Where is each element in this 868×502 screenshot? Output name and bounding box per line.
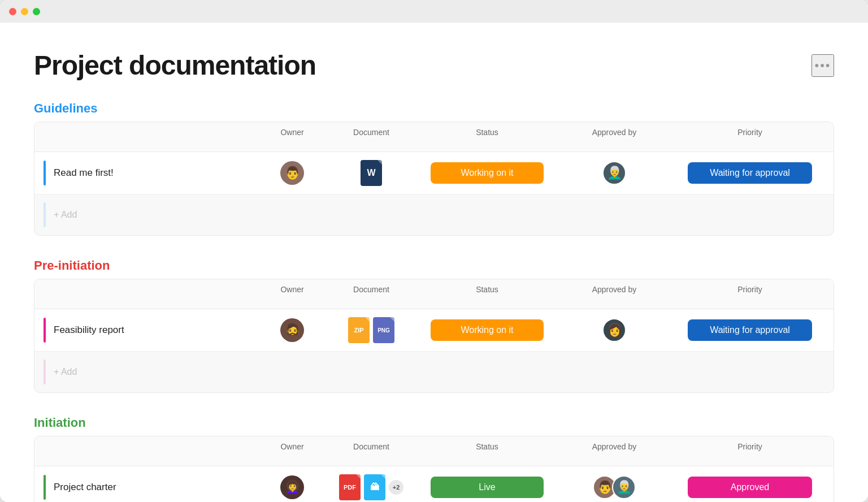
add-item-label: + Add (54, 367, 77, 377)
avatar: 👨‍🦳 (602, 161, 626, 185)
status-button[interactable]: Live (431, 477, 544, 498)
priority-button[interactable]: Waiting for approval (688, 162, 812, 184)
section-guidelines: GuidelinesOwnerDocumentStatusApproved by… (34, 101, 834, 236)
add-item-label: + Add (54, 210, 77, 220)
col-header-approved_by: Approved by (558, 442, 671, 460)
col-header-approved_by: Approved by (558, 128, 671, 146)
document-cell: ZIPPNG (326, 317, 416, 343)
maximize-button[interactable] (33, 8, 40, 15)
traffic-lights (9, 8, 40, 15)
col-header-priority: Priority (671, 128, 829, 146)
priority-button[interactable]: Waiting for approval (688, 319, 812, 341)
col-header-status: Status (416, 128, 558, 146)
table-row: Project charter👩‍🦱PDF🏔+2Live👨👨‍🦳Approved (34, 466, 834, 502)
section-title-pre-initiation: Pre-initiation (34, 258, 147, 273)
status-button[interactable]: Working on it (431, 319, 544, 341)
app-window: Project documentation ••• GuidelinesOwne… (0, 0, 868, 502)
section-header-pre-initiation: Pre-initiation (34, 258, 834, 273)
add-row[interactable]: + Add (34, 194, 834, 235)
priority-cell: Approved (671, 477, 829, 498)
document-icon-word[interactable]: W (361, 160, 382, 186)
owner-cell: 👨 (258, 161, 326, 185)
add-row[interactable]: + Add (34, 352, 834, 392)
col-header-status: Status (416, 285, 558, 303)
table-initiation: OwnerDocumentStatusApproved byPriority+P… (34, 436, 834, 502)
col-header-status: Status (416, 442, 558, 460)
col-headers-guidelines: OwnerDocumentStatusApproved byPriority+ (34, 122, 834, 152)
status-cell: Working on it (416, 162, 558, 184)
avatar: 👩‍🦱 (280, 475, 304, 499)
table-pre-initiation: OwnerDocumentStatusApproved byPriority+F… (34, 279, 834, 393)
page-title: Project documentation (34, 50, 316, 81)
col-header-owner: Owner (258, 128, 326, 146)
row-indicator (44, 161, 46, 185)
row-name: Feasibility report (54, 324, 124, 336)
close-button[interactable] (9, 8, 16, 15)
col-header-document: Document (326, 285, 416, 303)
priority-cell: Waiting for approval (671, 319, 829, 341)
col-headers-initiation: OwnerDocumentStatusApproved byPriority+ (34, 436, 834, 466)
document-cell: PDF🏔+2 (326, 474, 416, 500)
document-icon-pdf[interactable]: PDF (339, 474, 361, 500)
owner-cell: 👩‍🦱 (258, 475, 326, 499)
avatar: 👩 (602, 318, 626, 342)
priority-button[interactable]: Approved (688, 477, 812, 498)
col-header-priority: Priority (671, 442, 829, 460)
col-header-priority: Priority (671, 285, 829, 303)
col-header-approved_by: Approved by (558, 285, 671, 303)
col-header-owner: Owner (258, 442, 326, 460)
row-indicator (44, 202, 46, 227)
section-title-initiation: Initiation (34, 416, 147, 430)
table-guidelines: OwnerDocumentStatusApproved byPriority+R… (34, 122, 834, 236)
section-initiation: InitiationOwnerDocumentStatusApproved by… (34, 416, 834, 502)
avatar: 👨‍🦳 (612, 475, 636, 499)
section-header-initiation: Initiation (34, 416, 834, 430)
section-title-guidelines: Guidelines (34, 101, 147, 116)
document-icon-png[interactable]: PNG (373, 317, 394, 343)
approved-by-cell: 👨‍🦳 (558, 161, 671, 185)
row-name: Project charter (54, 482, 116, 493)
document-icon-img[interactable]: 🏔 (364, 474, 385, 500)
document-cell: W (326, 160, 416, 186)
approved-by-cell: 👨👨‍🦳 (558, 475, 671, 499)
document-icon-zip[interactable]: ZIP (348, 317, 370, 343)
col-header-document: Document (326, 442, 416, 460)
page-header: Project documentation ••• (34, 50, 834, 81)
main-content: Project documentation ••• GuidelinesOwne… (0, 23, 868, 502)
owner-cell: 🧔 (258, 318, 326, 342)
status-cell: Working on it (416, 319, 558, 341)
document-badge[interactable]: +2 (389, 480, 403, 495)
table-row: Feasibility report🧔ZIPPNGWorking on it👩W… (34, 309, 834, 352)
row-name: Read me first! (54, 167, 114, 179)
col-header-owner: Owner (258, 285, 326, 303)
status-cell: Live (416, 477, 558, 498)
approved-by-cell: 👩 (558, 318, 671, 342)
avatar: 🧔 (280, 318, 304, 342)
section-header-guidelines: Guidelines (34, 101, 834, 116)
minimize-button[interactable] (21, 8, 28, 15)
row-indicator (44, 318, 46, 343)
row-indicator (44, 475, 46, 500)
avatar: 👨 (280, 161, 304, 185)
row-indicator (44, 360, 46, 384)
col-header-document: Document (326, 128, 416, 146)
titlebar (0, 0, 868, 23)
section-pre-initiation: Pre-initiationOwnerDocumentStatusApprove… (34, 258, 834, 393)
priority-cell: Waiting for approval (671, 162, 829, 184)
status-button[interactable]: Working on it (431, 162, 544, 184)
sections-container: GuidelinesOwnerDocumentStatusApproved by… (34, 101, 834, 502)
more-options-button[interactable]: ••• (811, 54, 834, 77)
col-headers-pre-initiation: OwnerDocumentStatusApproved byPriority+ (34, 279, 834, 309)
table-row: Read me first!👨WWorking on it👨‍🦳Waiting … (34, 152, 834, 194)
